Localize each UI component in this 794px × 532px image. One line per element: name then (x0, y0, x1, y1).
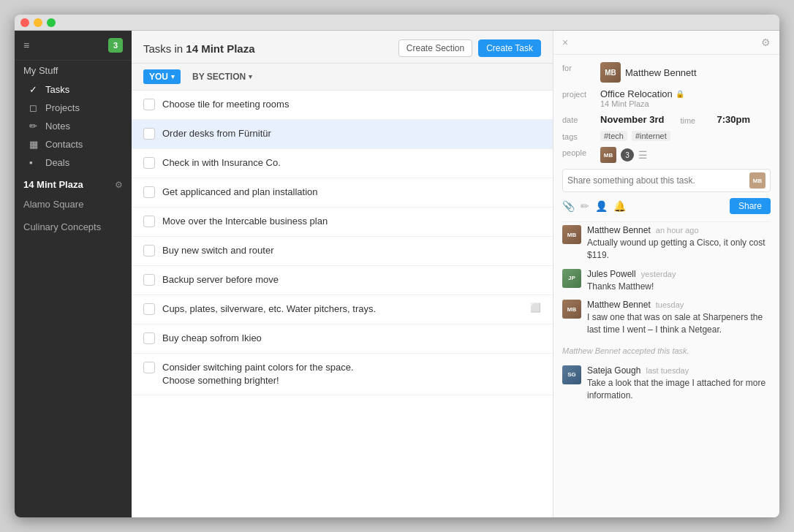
panel-header: × ⚙ (553, 31, 779, 55)
comment-time: last tuesday (646, 366, 689, 375)
task-text: Choose tile for meeting rooms (162, 98, 541, 111)
sidebar-tasks-label: Tasks (45, 84, 69, 95)
panel-gear-icon[interactable]: ⚙ (761, 37, 771, 48)
comment-body: Matthew Bennet tuesday I saw one that wa… (587, 300, 771, 336)
task-item[interactable]: Order desks from Fürnitür (132, 120, 553, 149)
task-checkbox[interactable] (143, 274, 155, 286)
comment-text: I saw one that was on sale at Sharpeners… (587, 311, 771, 336)
comment-author: Matthew Bennet (587, 225, 651, 235)
maximize-dot[interactable] (47, 18, 56, 27)
task-item[interactable]: Get applicanced and plan installation (132, 178, 553, 208)
filter-you-label: YOU (149, 72, 168, 82)
task-item[interactable]: Buy new switch and router (132, 237, 553, 266)
task-item[interactable]: Move over the Intercable business plan (132, 208, 553, 237)
comment-avatar: SG (562, 365, 581, 384)
task-checkbox[interactable] (143, 216, 155, 227)
project-value: Office Relocation 🔒 14 Mint Plaza (600, 88, 771, 108)
titlebar (15, 15, 779, 31)
projects-icon: ◻ (29, 102, 41, 113)
tag-tech[interactable]: #tech (600, 131, 627, 141)
sidebar-contacts-label: Contacts (45, 139, 83, 150)
project-row: project Office Relocation 🔒 14 Mint Plaz… (562, 88, 771, 108)
pencil-icon[interactable]: ✏ (581, 200, 589, 212)
task-checkbox[interactable] (143, 157, 155, 169)
sidebar-item-deals[interactable]: ▪ Deals (15, 153, 132, 172)
create-section-button[interactable]: Create Section (398, 39, 472, 57)
panel-close-icon[interactable]: × (562, 37, 568, 48)
tag-internet[interactable]: #internet (632, 131, 670, 141)
for-label: for (562, 62, 594, 72)
task-checkbox[interactable] (143, 99, 155, 110)
sidebar-notes-label: Notes (45, 121, 70, 132)
close-dot[interactable] (20, 18, 29, 27)
task-checkbox[interactable] (143, 128, 155, 140)
lock-icon: 🔒 (676, 90, 684, 98)
task-item[interactable]: Consider switching paint colors for the … (132, 354, 553, 395)
tags-label: tags (562, 131, 594, 141)
comment-author: Sateja Gough (587, 365, 640, 376)
task-checkbox[interactable] (143, 186, 155, 198)
contacts-icon: ▦ (29, 139, 41, 150)
task-item[interactable]: Cups, plates, silverware, etc. Water pit… (132, 295, 553, 324)
project-name: Office Relocation (600, 88, 673, 99)
sidebar-projects-label: Projects (45, 102, 80, 113)
tasks-icon: ✓ (29, 84, 41, 95)
hamburger-icon[interactable]: ≡ (23, 39, 29, 51)
comment-text: Actually wound up getting a Cisco, it on… (587, 237, 771, 262)
comment-body: Matthew Bennet an hour ago Actually woun… (587, 225, 771, 262)
task-text: Get applicanced and plan installation (162, 186, 541, 199)
comment-item: MB Matthew Bennet an hour ago Actually w… (562, 225, 771, 262)
sidebar-item-notes[interactable]: ✏ Notes (15, 117, 132, 135)
person-icon[interactable]: 👤 (595, 200, 608, 212)
create-task-button[interactable]: Create Task (478, 39, 541, 57)
assignee-row: for MB Matthew Bennett (562, 62, 771, 83)
date-value: November 3rd (600, 114, 664, 125)
task-item[interactable]: Choose tile for meeting rooms (132, 91, 553, 120)
comment-avatar: JP (562, 269, 581, 288)
comment-item: JP Jules Powell yesterday Thanks Matthew… (562, 269, 771, 293)
task-text: Consider switching paint colors for the … (162, 361, 541, 387)
task-checkbox[interactable] (143, 332, 155, 344)
task-checkbox[interactable] (143, 245, 155, 256)
sidebar-workspace-culinary[interactable]: Culinary Concepts (15, 216, 132, 238)
people-value: MB 3 ☰ (600, 147, 771, 163)
comment-meta: Jules Powell yesterday (587, 269, 771, 279)
sidebar-item-contacts[interactable]: ▦ Contacts (15, 135, 132, 153)
task-text: Buy new switch and router (162, 244, 541, 257)
filter-section-label: BY SECTION (192, 72, 246, 82)
sidebar-project-14mintplaza[interactable]: 14 Mint Plaza ⚙ (15, 172, 132, 193)
notification-badge: 3 (108, 38, 123, 53)
date-label: date (562, 114, 594, 124)
content-area: Tasks in 14 Mint Plaza Create Section Cr… (132, 31, 553, 517)
share-user-avatar: MB (749, 172, 765, 189)
sidebar-deals-label: Deals (45, 157, 69, 168)
task-item[interactable]: Backup server before move (132, 266, 553, 295)
sidebar-item-tasks[interactable]: ✓ Tasks (15, 80, 132, 99)
filter-bar: YOU ▾ BY SECTION ▾ (132, 64, 553, 91)
filter-you-button[interactable]: YOU ▾ (143, 69, 181, 84)
sidebar-my-stuff-label: My Stuff (15, 61, 132, 80)
task-checkbox[interactable] (143, 362, 155, 373)
sidebar-workspace-alamo[interactable]: Alamo Square (15, 193, 132, 216)
sidebar-project-gear-icon[interactable]: ⚙ (115, 180, 123, 190)
minimize-dot[interactable] (34, 18, 42, 27)
people-list-icon[interactable]: ☰ (638, 149, 648, 161)
comment-list: MB Matthew Bennet an hour ago Actually w… (562, 225, 771, 402)
task-item[interactable]: Check in with Insurance Co. (132, 149, 553, 178)
deals-icon: ▪ (29, 157, 41, 168)
comment-meta: Matthew Bennet an hour ago (587, 225, 771, 235)
filter-section-chevron-icon: ▾ (249, 73, 252, 80)
notes-icon: ✏ (29, 121, 41, 132)
main-area: ≡ 3 My Stuff ✓ Tasks ◻ Projects ✏ Notes … (15, 31, 779, 517)
filter-section-button[interactable]: BY SECTION ▾ (186, 69, 258, 84)
sidebar-item-projects[interactable]: ◻ Projects (15, 99, 132, 117)
task-attachment-icon: ⬜ (530, 303, 541, 313)
share-button[interactable]: Share (730, 198, 771, 214)
attach-icon[interactable]: 📎 (562, 200, 575, 212)
comment-text: Thanks Matthew! (587, 281, 771, 293)
share-input[interactable] (567, 175, 745, 186)
task-item[interactable]: Buy cheap sofrom Ikieo (132, 324, 553, 354)
task-checkbox[interactable] (143, 303, 155, 315)
bell-icon[interactable]: 🔔 (613, 200, 626, 212)
task-list: Choose tile for meeting rooms Order desk… (132, 91, 553, 517)
